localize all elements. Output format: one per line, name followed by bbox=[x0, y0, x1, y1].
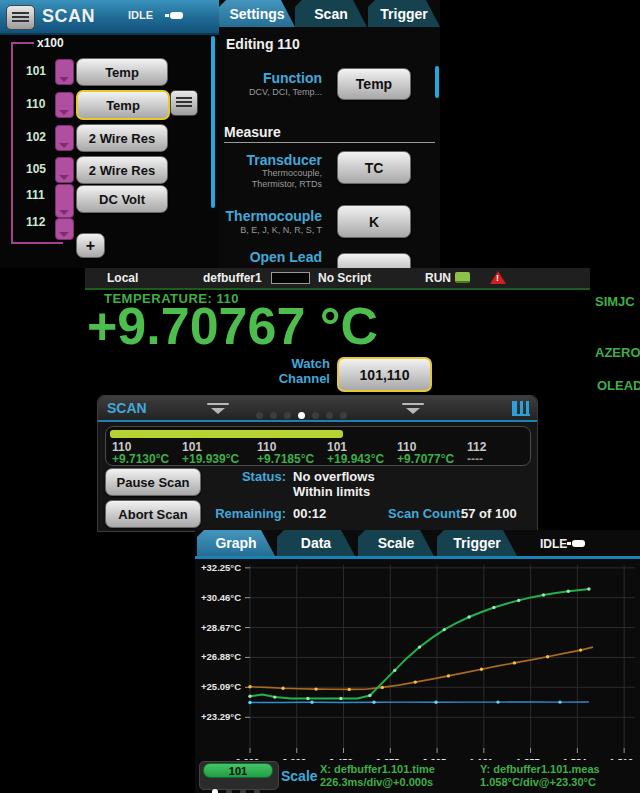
idle-icon-graph bbox=[572, 540, 585, 547]
reading-value-empty: ---- bbox=[467, 452, 483, 466]
channel-function-button-selected[interactable]: Temp bbox=[76, 90, 170, 120]
collapse-chevron-left-icon[interactable] bbox=[206, 403, 230, 415]
tab-scan[interactable]: Scan bbox=[295, 0, 367, 27]
channel-number: 112 bbox=[26, 215, 45, 229]
screen-composite: SCAN IDLE x100 101 Temp 110 Temp 102 2 W… bbox=[0, 0, 640, 793]
svg-text:0.000s: 0.000s bbox=[235, 756, 264, 760]
channel-handle[interactable] bbox=[55, 184, 74, 218]
tab-graph[interactable]: Graph bbox=[197, 530, 275, 556]
buffer-fill-indicator bbox=[271, 272, 310, 284]
channel-list-panel: SCAN IDLE x100 101 Temp 110 Temp 102 2 W… bbox=[0, 0, 219, 268]
trace-page-dots[interactable] bbox=[212, 781, 267, 793]
annunciator-simjc: SIMJC bbox=[595, 294, 635, 309]
scan-swipe-header: SCAN bbox=[98, 396, 537, 422]
transducer-value-button[interactable]: TC bbox=[337, 151, 411, 184]
channel-panel-header: SCAN IDLE bbox=[0, 0, 219, 35]
y-axis-source-line1: Y: defbuffer1.101.meas bbox=[480, 763, 600, 775]
trace-pill-container: 101 bbox=[199, 761, 279, 790]
scan-swipe-panel: SCAN 110 +9.7130°C 101 +19.939°C 110 +9.… bbox=[97, 395, 538, 532]
run-screen-icon bbox=[455, 272, 470, 283]
main-reading: +9.70767 °C bbox=[87, 296, 517, 356]
tab-data[interactable]: Data bbox=[277, 530, 355, 556]
remaining-value: 00:12 bbox=[293, 506, 326, 521]
scan-count-label: Scan Count: bbox=[388, 506, 465, 521]
function-value-button[interactable]: Temp bbox=[337, 68, 411, 100]
channel-handle[interactable] bbox=[55, 92, 74, 118]
reading-value: +9.7130°C bbox=[112, 452, 169, 466]
reading-value: +9.7185°C bbox=[257, 452, 314, 466]
open-lead-value-button[interactable] bbox=[337, 253, 411, 268]
channel-list-scrollbar[interactable] bbox=[211, 36, 215, 208]
status-label: Status: bbox=[226, 469, 286, 484]
open-lead-label: Open Lead bbox=[229, 249, 322, 265]
reading-value: +19.943°C bbox=[327, 452, 384, 466]
channel-number: 105 bbox=[26, 162, 46, 176]
buffer-name-label[interactable]: defbuffer1 bbox=[203, 271, 262, 285]
panel-title: SCAN bbox=[42, 6, 95, 27]
channel-handle[interactable] bbox=[55, 59, 74, 85]
settings-panel: Settings Scan Trigger Editing 110 Functi… bbox=[219, 0, 440, 268]
channel-function-button[interactable]: 2 Wire Res bbox=[76, 156, 168, 184]
scan-count-value: 57 of 100 bbox=[461, 506, 517, 521]
transducer-sub1: Thermocouple, bbox=[262, 168, 322, 178]
tab-settings[interactable]: Settings bbox=[219, 0, 295, 27]
channel-number: 111 bbox=[26, 188, 45, 202]
transducer-sub-label: Thermocouple, Thermistor, RTDs bbox=[229, 168, 322, 190]
y-axis-source-line2: 1.058°C/div@+23.30°C bbox=[480, 776, 596, 788]
thermocouple-label: Thermocouple bbox=[219, 208, 322, 224]
channel-function-button[interactable]: DC Volt bbox=[76, 185, 168, 213]
menu-icon[interactable] bbox=[6, 5, 35, 30]
channel-options-icon[interactable] bbox=[170, 90, 198, 116]
channel-handle[interactable] bbox=[55, 125, 74, 151]
trigger-state-label: IDLE bbox=[128, 9, 153, 21]
tab-trigger-graph[interactable]: Trigger bbox=[437, 530, 517, 556]
x-axis-source-line2: 226.3ms/div@+0.000s bbox=[320, 776, 433, 788]
scan-readings-box: 110 +9.7130°C 101 +19.939°C 110 +9.7185°… bbox=[105, 426, 531, 466]
add-channel-button[interactable]: + bbox=[76, 233, 105, 258]
scan-progress-track bbox=[110, 430, 526, 438]
measure-section-label: Measure bbox=[224, 124, 281, 140]
svg-text:+28.67°C: +28.67°C bbox=[201, 622, 241, 633]
editing-label: Editing 110 bbox=[226, 36, 300, 52]
settings-scrollbar[interactable] bbox=[435, 66, 439, 98]
svg-text:1.810s: 1.810s bbox=[610, 756, 639, 760]
svg-text:0.678s: 0.678s bbox=[376, 756, 405, 760]
comm-mode-label: Local bbox=[107, 271, 138, 285]
abort-scan-button[interactable]: Abort Scan bbox=[105, 500, 201, 528]
x-axis-source-line1: X: defbuffer1.101.time bbox=[320, 763, 435, 775]
tab-scale[interactable]: Scale bbox=[358, 530, 434, 556]
graph-shortcut-icon[interactable] bbox=[512, 401, 530, 416]
channel-handle[interactable] bbox=[55, 157, 74, 183]
home-statusbar: Local defbuffer1 No Script RUN bbox=[85, 268, 590, 290]
collapse-chevron-right-icon[interactable] bbox=[401, 403, 425, 415]
channel-function-button[interactable]: 2 Wire Res bbox=[76, 124, 168, 152]
svg-text:0.452s: 0.452s bbox=[329, 756, 358, 760]
script-status-label: No Script bbox=[318, 271, 371, 285]
svg-text:+32.25°C: +32.25°C bbox=[201, 562, 241, 573]
scan-trend-chart[interactable]: 0.000s0.226s0.452s0.678s0.905s1.131s1.35… bbox=[195, 560, 640, 760]
remaining-label: Remaining: bbox=[206, 506, 286, 521]
channel-number: 101 bbox=[26, 64, 46, 78]
channel-number: 110 bbox=[26, 97, 45, 111]
channel-handle[interactable] bbox=[55, 218, 74, 240]
status-line2: Within limits bbox=[293, 484, 370, 499]
warning-icon[interactable] bbox=[490, 271, 506, 284]
pause-scan-button[interactable]: Pause Scan bbox=[105, 468, 201, 496]
svg-text:0.905s: 0.905s bbox=[423, 756, 452, 760]
graph-trigger-state: IDLE bbox=[540, 537, 567, 551]
tab-underline bbox=[195, 556, 640, 559]
scan-progress-fill bbox=[110, 430, 343, 438]
trace-pill-101[interactable]: 101 bbox=[203, 763, 273, 778]
swipe-page-dots[interactable] bbox=[256, 405, 354, 423]
channel-function-button[interactable]: Temp bbox=[76, 58, 168, 86]
thermocouple-value-button[interactable]: K bbox=[337, 205, 411, 238]
annunciator-azero: AZERO bbox=[595, 345, 640, 360]
run-state-label: RUN bbox=[425, 271, 451, 285]
svg-text:+30.46°C: +30.46°C bbox=[201, 592, 241, 603]
function-sub-label: DCV, DCI, Temp... bbox=[229, 87, 322, 97]
transducer-sub2: Thermistor, RTDs bbox=[252, 179, 322, 189]
tab-trigger[interactable]: Trigger bbox=[368, 0, 440, 27]
scale-quick-label[interactable]: Scale bbox=[281, 768, 318, 784]
thermocouple-sub-label: B, E, J, K, N, R, S, T bbox=[229, 225, 322, 235]
watch-channel-button[interactable]: 101,110 bbox=[337, 357, 432, 392]
